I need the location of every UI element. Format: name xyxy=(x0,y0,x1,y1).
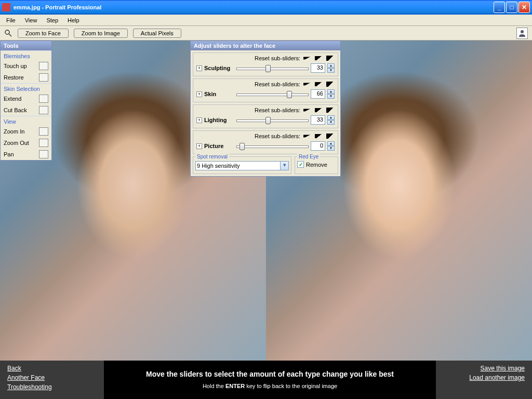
slider-label: Sculpting xyxy=(204,65,234,71)
slider-label: Lighting xyxy=(204,117,234,123)
slider-value[interactable]: 66 xyxy=(311,89,325,99)
spin-down[interactable]: ▼ xyxy=(327,94,335,99)
slider-value[interactable]: 33 xyxy=(311,63,325,73)
lighting-slider[interactable] xyxy=(236,115,309,125)
window-title: emma.jpg - Portrait Professional xyxy=(14,4,494,10)
brush-icon xyxy=(39,62,48,70)
toolbar: Zoom to Face Zoom to Image Actual Pixels xyxy=(0,26,532,41)
dropdown-icon[interactable]: ▾ xyxy=(281,161,289,170)
touchup-tool[interactable]: Touch up xyxy=(1,60,51,72)
view-section: View xyxy=(1,116,51,126)
blemishes-section: Blemishes xyxy=(1,50,51,60)
hand-icon xyxy=(39,150,48,158)
preset-med-icon[interactable] xyxy=(315,108,323,112)
sculpting-slider[interactable] xyxy=(236,63,309,73)
preset-low-icon[interactable] xyxy=(303,135,312,138)
tools-panel: Tools Blemishes Touch up Restore Skin Se… xyxy=(0,41,52,161)
magnifier-icon xyxy=(4,29,12,37)
titlebar: emma.jpg - Portrait Professional _ □ ✕ xyxy=(0,0,532,15)
skin-slider[interactable] xyxy=(236,89,309,99)
spin-down[interactable]: ▼ xyxy=(327,68,335,73)
skin-selection-section: Skin Selection xyxy=(1,83,51,93)
slider-value[interactable]: 33 xyxy=(311,115,325,125)
spin-up[interactable]: ▲ xyxy=(327,141,335,146)
slider-thumb[interactable] xyxy=(265,117,271,124)
adjust-header: Adjust sliders to alter the face xyxy=(191,41,340,50)
slider-label: Picture xyxy=(204,143,234,149)
svg-point-2 xyxy=(521,30,524,33)
menu-step[interactable]: Step xyxy=(42,16,62,24)
expand-button[interactable]: + xyxy=(196,91,202,97)
expand-button[interactable]: + xyxy=(196,65,202,71)
redeye-group: Red Eye ✓ Remove xyxy=(295,156,338,174)
footer-subinstruction: Hold the ENTER key to flip back to the o… xyxy=(203,382,337,390)
zoom-to-image-button[interactable]: Zoom to Image xyxy=(74,29,128,38)
preset-low-icon[interactable] xyxy=(303,109,312,112)
remove-label: Remove xyxy=(306,162,327,168)
spin-up[interactable]: ▲ xyxy=(327,89,335,94)
svg-line-1 xyxy=(9,34,11,36)
menubar: File View Step Help xyxy=(0,15,532,26)
maximize-button[interactable]: □ xyxy=(506,2,517,13)
brush-icon xyxy=(39,73,48,82)
actual-pixels-button[interactable]: Actual Pixels xyxy=(133,29,181,38)
spot-removal-combo[interactable]: ▾ xyxy=(195,161,289,170)
slider-thumb[interactable] xyxy=(240,143,245,150)
another-face-link[interactable]: Another Face xyxy=(7,374,97,381)
app-icon xyxy=(2,3,10,11)
profile-icon[interactable] xyxy=(516,28,528,39)
troubleshooting-link[interactable]: Troubleshooting xyxy=(7,383,97,391)
footer: Back Another Face Troubleshooting Move t… xyxy=(0,361,532,399)
close-button[interactable]: ✕ xyxy=(518,2,530,13)
expand-button[interactable]: + xyxy=(196,143,202,149)
preset-med-icon[interactable] xyxy=(315,82,323,86)
zoom-in-icon xyxy=(39,127,48,136)
preset-high-icon[interactable] xyxy=(326,82,335,87)
menu-help[interactable]: Help xyxy=(63,16,84,24)
load-image-link[interactable]: Load another image xyxy=(469,374,525,381)
pan-tool[interactable]: Pan xyxy=(1,149,51,160)
spin-up[interactable]: ▲ xyxy=(327,115,335,120)
cutback-tool[interactable]: Cut Back xyxy=(1,104,51,116)
slider-value[interactable]: 0 xyxy=(311,141,325,151)
spot-removal-group: Spot removal ▾ xyxy=(193,156,291,174)
slider-thumb[interactable] xyxy=(287,91,292,98)
minimize-button[interactable]: _ xyxy=(494,2,505,13)
back-link[interactable]: Back xyxy=(7,365,97,372)
menu-file[interactable]: File xyxy=(2,16,20,24)
expand-button[interactable]: + xyxy=(196,117,202,123)
preset-high-icon[interactable] xyxy=(326,134,335,139)
mask-icon xyxy=(39,95,48,103)
svg-point-0 xyxy=(5,30,9,34)
preset-high-icon[interactable] xyxy=(326,56,335,61)
picture-slider[interactable] xyxy=(236,141,309,151)
preset-low-icon[interactable] xyxy=(303,57,312,60)
save-image-link[interactable]: Save this image xyxy=(481,365,525,372)
preset-high-icon[interactable] xyxy=(326,108,335,113)
extend-tool[interactable]: Extend xyxy=(1,93,51,104)
zoom-out-icon xyxy=(39,139,48,147)
redeye-checkbox[interactable]: ✓ xyxy=(297,161,304,168)
spin-down[interactable]: ▼ xyxy=(327,120,335,125)
preset-med-icon[interactable] xyxy=(315,134,323,138)
zoomout-tool[interactable]: Zoom Out xyxy=(1,137,51,149)
tools-header: Tools xyxy=(1,41,51,50)
restore-tool[interactable]: Restore xyxy=(1,72,51,83)
zoom-to-face-button[interactable]: Zoom to Face xyxy=(18,29,69,38)
mask-icon xyxy=(39,106,48,114)
zoomin-tool[interactable]: Zoom In xyxy=(1,126,51,137)
adjust-panel: Adjust sliders to alter the face Reset s… xyxy=(190,41,341,177)
preset-low-icon[interactable] xyxy=(303,83,312,86)
slider-label: Skin xyxy=(204,91,234,97)
menu-view[interactable]: View xyxy=(21,16,42,24)
spin-up[interactable]: ▲ xyxy=(327,63,335,68)
preset-med-icon[interactable] xyxy=(315,56,323,60)
slider-thumb[interactable] xyxy=(265,65,271,72)
footer-instruction: Move the sliders to select the amount of… xyxy=(146,370,394,378)
spot-removal-input[interactable] xyxy=(195,161,281,170)
spin-down[interactable]: ▼ xyxy=(327,146,335,151)
